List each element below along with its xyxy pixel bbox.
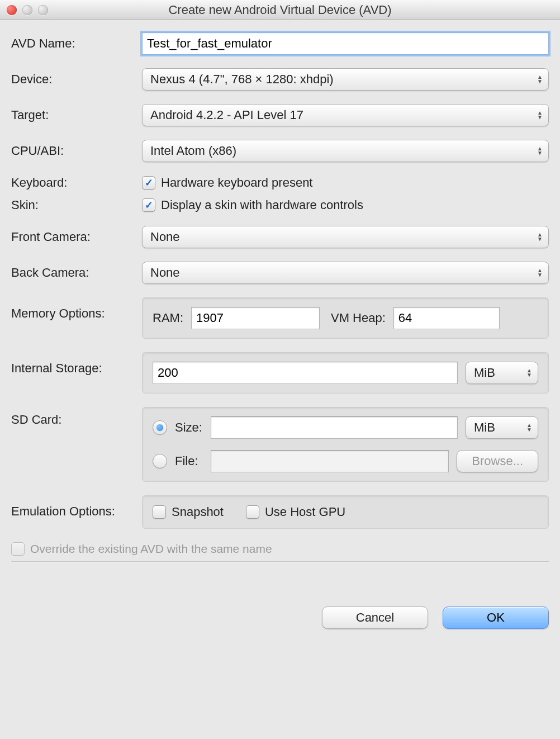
chevron-up-down-icon: ▲▼: [526, 423, 532, 432]
browse-button-label: Browse...: [472, 454, 523, 468]
sd-card-panel: Size: MiB ▲▼ File: Browse...: [142, 407, 549, 482]
vm-heap-input[interactable]: [393, 307, 500, 329]
chevron-up-down-icon: ▲▼: [537, 75, 543, 84]
target-select[interactable]: Android 4.2.2 - API Level 17 ▲▼: [142, 104, 549, 126]
use-host-gpu-checkbox[interactable]: [246, 505, 259, 519]
chevron-up-down-icon: ▲▼: [537, 146, 543, 155]
front-camera-select-value: None: [150, 230, 180, 244]
cpu-abi-select[interactable]: Intel Atom (x86) ▲▼: [142, 140, 549, 162]
emulation-options-panel: Snapshot Use Host GPU: [142, 495, 549, 529]
sd-card-label: SD Card:: [11, 407, 142, 427]
internal-storage-panel: MiB ▲▼: [142, 352, 549, 394]
skin-checkbox[interactable]: [142, 198, 155, 212]
sd-file-label: File:: [175, 454, 203, 468]
sd-size-label: Size:: [175, 420, 203, 435]
override-checkbox: [11, 542, 25, 556]
memory-options-label: Memory Options:: [11, 297, 142, 321]
cpu-abi-select-value: Intel Atom (x86): [150, 144, 236, 158]
cpu-abi-label: CPU/ABI:: [11, 144, 142, 158]
sd-file-input: [211, 450, 449, 472]
emulation-options-label: Emulation Options:: [11, 495, 142, 519]
chevron-up-down-icon: ▲▼: [537, 111, 543, 120]
target-label: Target:: [11, 108, 142, 122]
sd-size-input[interactable]: [211, 416, 458, 439]
device-select[interactable]: Nexus 4 (4.7", 768 × 1280: xhdpi) ▲▼: [142, 68, 549, 91]
sd-size-unit-select[interactable]: MiB ▲▼: [466, 416, 538, 439]
skin-label: Skin:: [11, 198, 142, 212]
ok-button-label: OK: [487, 610, 505, 625]
memory-options-panel: RAM: VM Heap:: [142, 297, 549, 339]
ram-label: RAM:: [153, 311, 183, 325]
vm-heap-label: VM Heap:: [331, 311, 386, 325]
avd-name-input[interactable]: [142, 32, 549, 55]
keyboard-label: Keyboard:: [11, 176, 142, 190]
ram-input[interactable]: [191, 307, 320, 329]
ok-button[interactable]: OK: [443, 607, 549, 629]
back-camera-select[interactable]: None ▲▼: [142, 262, 549, 284]
window-title: Create new Android Virtual Device (AVD): [0, 3, 560, 17]
internal-storage-unit-value: MiB: [474, 366, 495, 380]
snapshot-checkbox[interactable]: [153, 505, 166, 519]
sd-file-radio[interactable]: [153, 454, 167, 468]
cancel-button[interactable]: Cancel: [322, 607, 428, 629]
internal-storage-label: Internal Storage:: [11, 352, 142, 376]
snapshot-checkbox-label: Snapshot: [172, 505, 224, 519]
back-camera-label: Back Camera:: [11, 266, 142, 280]
override-checkbox-label: Override the existing AVD with the same …: [30, 542, 272, 556]
skin-checkbox-label: Display a skin with hardware controls: [161, 198, 363, 212]
use-host-gpu-checkbox-label: Use Host GPU: [265, 505, 345, 519]
chevron-up-down-icon: ▲▼: [537, 233, 543, 241]
keyboard-checkbox-label: Hardware keyboard present: [161, 176, 312, 190]
sd-size-radio[interactable]: [153, 420, 167, 435]
target-select-value: Android 4.2.2 - API Level 17: [150, 108, 303, 122]
internal-storage-unit-select[interactable]: MiB ▲▼: [466, 362, 538, 384]
sd-size-unit-value: MiB: [474, 420, 495, 435]
front-camera-label: Front Camera:: [11, 230, 142, 244]
chevron-up-down-icon: ▲▼: [537, 268, 543, 277]
back-camera-select-value: None: [150, 266, 180, 280]
avd-name-label: AVD Name:: [11, 36, 142, 51]
keyboard-checkbox[interactable]: [142, 176, 155, 190]
front-camera-select[interactable]: None ▲▼: [142, 226, 549, 248]
cancel-button-label: Cancel: [356, 610, 394, 625]
chevron-up-down-icon: ▲▼: [526, 368, 532, 377]
device-select-value: Nexus 4 (4.7", 768 × 1280: xhdpi): [150, 72, 334, 87]
divider: [11, 561, 549, 562]
titlebar: Create new Android Virtual Device (AVD): [0, 0, 560, 20]
internal-storage-input[interactable]: [153, 362, 458, 384]
browse-button[interactable]: Browse...: [457, 450, 538, 472]
device-label: Device:: [11, 72, 142, 87]
